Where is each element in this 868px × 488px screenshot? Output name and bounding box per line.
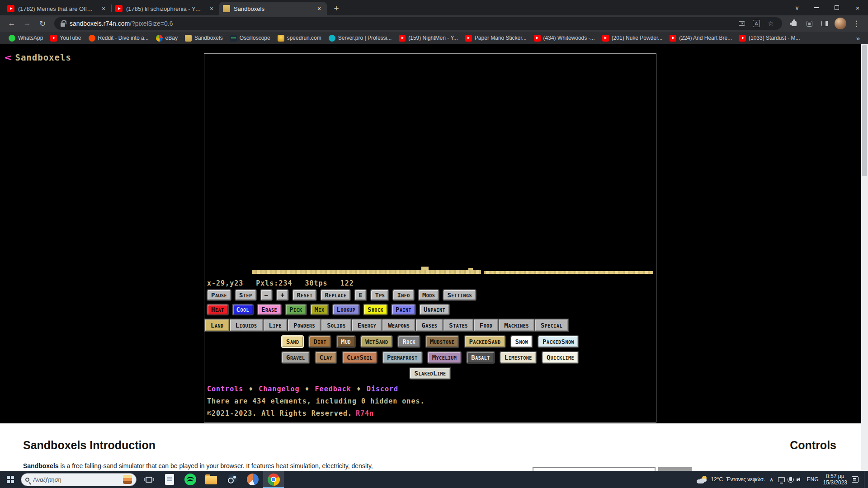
spotify-app-button[interactable] xyxy=(180,471,201,488)
tab-machines[interactable]: Machines xyxy=(499,319,535,332)
tab-weapons[interactable]: Weapons xyxy=(382,319,416,332)
bookmark-ebay[interactable]: eBay xyxy=(153,33,181,43)
bookmark-video[interactable]: (159) NightMen - Y... xyxy=(396,33,461,43)
element-permafrost[interactable]: Permafrost xyxy=(382,351,423,364)
element-mudstone[interactable]: Mudstone xyxy=(425,335,460,348)
e-button[interactable]: E xyxy=(354,289,367,301)
close-window-button[interactable]: × xyxy=(847,0,868,15)
mix-mode-button[interactable]: Mix xyxy=(310,304,329,315)
volume-icon[interactable] xyxy=(797,477,802,483)
tab-search-icon[interactable]: ∨ xyxy=(788,5,806,11)
reload-icon[interactable]: ↻ xyxy=(35,17,50,30)
element-gravel[interactable]: Gravel xyxy=(281,351,310,364)
extension-pin-icon[interactable] xyxy=(802,17,816,30)
close-tab-icon[interactable]: × xyxy=(99,5,108,13)
browser-tab-youtube-1[interactable]: (1782) Memes that are Offensive × xyxy=(4,2,111,15)
tps-button[interactable]: Tps xyxy=(370,289,389,301)
element-sand[interactable]: Sand xyxy=(281,335,304,348)
translate-icon[interactable]: A xyxy=(751,20,761,27)
bookmark-speedrun[interactable]: speedrun.com xyxy=(274,33,325,43)
forward-icon[interactable]: → xyxy=(20,17,34,30)
tab-solids[interactable]: Solids xyxy=(321,319,352,332)
tab-food[interactable]: Food xyxy=(474,319,499,332)
close-tab-icon[interactable]: × xyxy=(315,5,323,13)
tab-powders[interactable]: Powders xyxy=(288,319,321,332)
bookmarks-overflow-icon[interactable]: » xyxy=(854,34,863,42)
size-minus-button[interactable]: − xyxy=(260,289,273,301)
bookmark-video[interactable]: (434) Whitewoods -... xyxy=(531,33,598,43)
taskbar-search-input[interactable]: Αναζήτηση xyxy=(21,473,137,486)
bookmark-video[interactable]: (201) Nuke Powder... xyxy=(599,33,666,43)
steam-app-button[interactable] xyxy=(222,471,242,488)
back-icon[interactable]: ← xyxy=(5,17,19,30)
element-clay[interactable]: Clay xyxy=(315,351,338,364)
element-mycelium[interactable]: Mycelium xyxy=(427,351,462,364)
element-snow[interactable]: Snow xyxy=(510,335,533,348)
bookmark-star-icon[interactable]: ☆ xyxy=(766,19,776,28)
feedback-link[interactable]: Feedback xyxy=(315,385,351,393)
r74n-brand-link[interactable]: R74n xyxy=(356,409,374,418)
tab-land[interactable]: Land xyxy=(204,319,230,332)
bookmark-reddit[interactable]: Reddit - Dive into a... xyxy=(85,33,152,43)
element-slakedlime[interactable]: SlakedLime xyxy=(409,367,451,380)
element-claysoil[interactable]: ClaySoil xyxy=(342,351,377,364)
bookmark-serverpro[interactable]: Server.pro | Professi... xyxy=(326,33,395,43)
erase-mode-button[interactable]: Erase xyxy=(257,304,282,315)
reset-button[interactable]: Reset xyxy=(292,289,317,301)
mods-button[interactable]: Mods xyxy=(418,289,440,301)
scrollbar-thumb[interactable] xyxy=(862,45,867,176)
chrome-app-button[interactable] xyxy=(263,471,284,488)
browser-tab-sandboxels[interactable]: Sandboxels × xyxy=(219,2,327,15)
minimize-button[interactable] xyxy=(806,0,826,15)
tab-special[interactable]: Special xyxy=(535,319,569,332)
element-mud[interactable]: Mud xyxy=(336,335,356,348)
cool-mode-button[interactable]: Cool xyxy=(232,304,254,315)
controls-link[interactable]: Controls xyxy=(207,385,243,393)
bookmark-video[interactable]: (224) And Heart Bre... xyxy=(666,33,735,43)
info-button[interactable]: Info xyxy=(392,289,415,301)
start-button[interactable] xyxy=(0,471,21,488)
element-packedsand[interactable]: PackedSand xyxy=(464,335,505,348)
tab-liquids[interactable]: Liquids xyxy=(230,319,264,332)
file-explorer-button[interactable] xyxy=(201,471,222,488)
tab-states[interactable]: States xyxy=(443,319,474,332)
microphone-icon[interactable] xyxy=(789,477,792,481)
hidden-icons-chevron[interactable]: ∧ xyxy=(770,477,774,483)
side-panel-icon[interactable] xyxy=(817,17,832,30)
pause-button[interactable]: Pause xyxy=(207,289,231,301)
element-quicklime[interactable]: Quicklime xyxy=(542,351,579,364)
address-bar[interactable]: sandboxels.r74n.com/?pixelSize=0.6 A ☆ xyxy=(54,17,782,30)
maximize-button[interactable] xyxy=(826,0,847,15)
tab-energy[interactable]: Energy xyxy=(352,319,383,332)
step-button[interactable]: Step xyxy=(235,289,257,301)
weather-widget[interactable]: 12°C Έντονες νεφώσ. xyxy=(697,476,765,483)
menu-kebab-icon[interactable]: ⋮ xyxy=(849,17,863,30)
unpaint-mode-button[interactable]: Unpaint xyxy=(419,304,450,315)
element-basalt[interactable]: Basalt xyxy=(466,351,495,364)
bookmark-video[interactable]: (1033) Stardust - M... xyxy=(736,33,803,43)
bookmark-oscilloscope[interactable]: Oscilloscope xyxy=(227,33,274,43)
lookup-mode-button[interactable]: Lookup xyxy=(332,304,360,315)
show-desktop-button[interactable] xyxy=(864,471,866,488)
heat-mode-button[interactable]: Heat xyxy=(207,304,229,315)
notepad-app-button[interactable] xyxy=(159,471,180,488)
shock-mode-button[interactable]: Shock xyxy=(363,304,388,315)
new-tab-button[interactable]: + xyxy=(330,2,343,15)
tab-gases[interactable]: Gases xyxy=(416,319,443,332)
browser-tab-youtube-2[interactable]: (1785) lil schizophrenia - YouTub × xyxy=(112,2,219,15)
profile-avatar[interactable] xyxy=(835,18,846,29)
display-icon[interactable] xyxy=(778,477,785,482)
element-packedsnow[interactable]: PackedSnow xyxy=(538,335,579,348)
element-dirt[interactable]: Dirt xyxy=(308,335,331,348)
element-limestone[interactable]: Limestone xyxy=(500,351,537,364)
replace-button[interactable]: Replace xyxy=(320,289,351,301)
task-view-button[interactable] xyxy=(138,471,159,488)
install-app-icon[interactable] xyxy=(737,21,747,26)
extensions-icon[interactable] xyxy=(787,17,801,30)
bookmark-sandboxels[interactable]: Sandboxels xyxy=(182,33,226,43)
back-link-icon[interactable]: < xyxy=(5,52,12,62)
game-canvas[interactable] xyxy=(204,54,656,278)
element-rock[interactable]: Rock xyxy=(397,335,420,348)
changelog-link[interactable]: Changelog xyxy=(259,385,299,393)
settings-button[interactable]: Settings xyxy=(443,289,476,301)
